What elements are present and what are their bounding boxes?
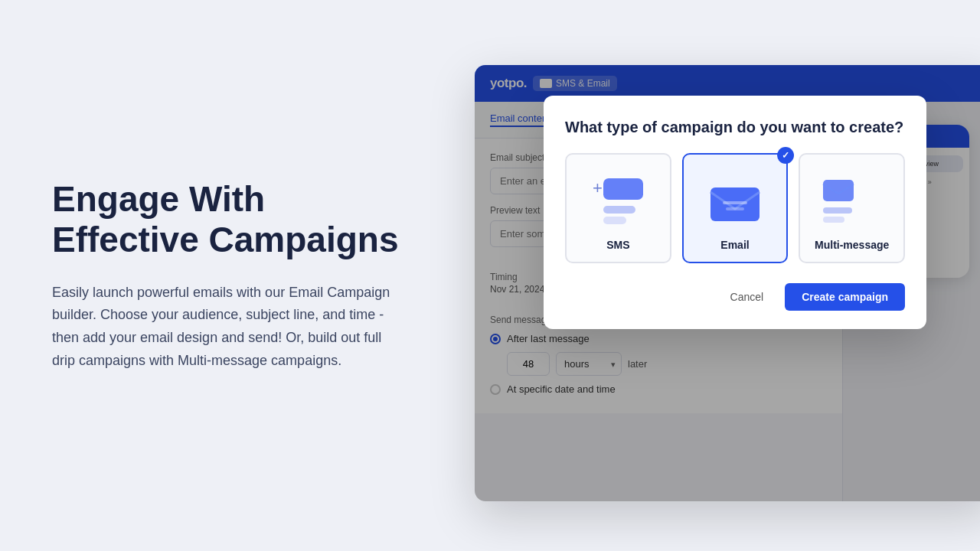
email-card-icon-area bbox=[701, 170, 769, 231]
modal-overlay: What type of campaign do you want to cre… bbox=[475, 65, 980, 501]
multi-message-icon bbox=[822, 174, 883, 227]
campaign-card-sms[interactable]: + SMS bbox=[565, 153, 671, 263]
svg-rect-7 bbox=[823, 180, 854, 201]
headline-line1: Engage With bbox=[52, 179, 265, 219]
campaign-card-multi[interactable]: Multi-message bbox=[799, 153, 905, 263]
headline-line2: Effective Campaigns bbox=[52, 220, 398, 259]
left-panel: Engage With Effective Campaigns Easily l… bbox=[52, 0, 435, 551]
email-icon bbox=[704, 174, 766, 227]
svg-rect-5 bbox=[723, 201, 747, 204]
create-campaign-button[interactable]: Create campaign bbox=[785, 283, 905, 311]
cancel-button[interactable]: Cancel bbox=[718, 285, 776, 309]
modal-title: What type of campaign do you want to cre… bbox=[565, 119, 905, 136]
campaign-options: + SMS ✓ bbox=[565, 153, 905, 263]
selected-checkmark: ✓ bbox=[777, 147, 794, 164]
campaign-card-email[interactable]: ✓ Email bbox=[682, 153, 789, 263]
svg-rect-6 bbox=[726, 207, 744, 210]
campaign-type-modal: What type of campaign do you want to cre… bbox=[544, 96, 926, 329]
svg-rect-1 bbox=[603, 178, 643, 200]
svg-rect-8 bbox=[823, 207, 852, 214]
svg-rect-3 bbox=[603, 217, 626, 224]
svg-text:+: + bbox=[593, 178, 603, 197]
sms-card-label: SMS bbox=[606, 239, 629, 251]
headline: Engage With Effective Campaigns bbox=[52, 179, 435, 260]
description: Easily launch powerful emails with our E… bbox=[52, 282, 404, 373]
modal-footer: Cancel Create campaign bbox=[565, 283, 905, 311]
svg-rect-9 bbox=[823, 217, 844, 223]
sms-card-icon-area: + bbox=[583, 170, 652, 231]
multi-card-label: Multi-message bbox=[815, 239, 889, 251]
multi-card-icon-area bbox=[818, 170, 887, 231]
sms-icon: + bbox=[583, 172, 652, 230]
email-card-label: Email bbox=[720, 239, 749, 251]
app-window: yotpo. SMS & Email Email content ▲ Email… bbox=[475, 65, 980, 501]
svg-rect-2 bbox=[603, 206, 635, 214]
